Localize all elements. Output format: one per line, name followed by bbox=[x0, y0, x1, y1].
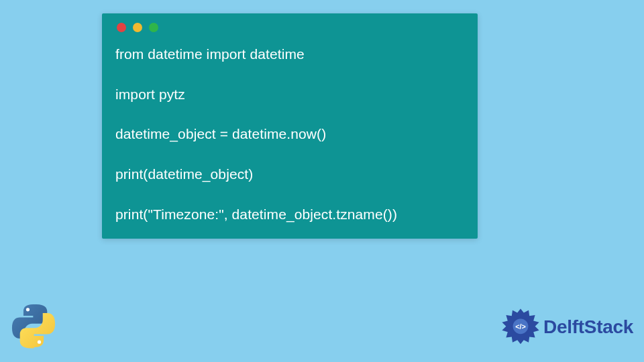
window-minimize-icon bbox=[133, 23, 142, 32]
svg-text:</>: </> bbox=[515, 322, 526, 330]
window-close-icon bbox=[117, 23, 126, 32]
python-logo-icon bbox=[9, 302, 58, 350]
window-traffic-lights bbox=[117, 23, 464, 32]
window-maximize-icon bbox=[149, 23, 158, 32]
delftstack-badge-icon: </> bbox=[500, 307, 541, 347]
delftstack-brand-text: DelftStack bbox=[543, 316, 633, 338]
code-card: from datetime import datetime import pyt… bbox=[102, 13, 478, 239]
delftstack-brand: </> DelftStack bbox=[500, 307, 633, 347]
code-body: from datetime import datetime import pyt… bbox=[115, 44, 464, 224]
svg-point-1 bbox=[38, 341, 41, 344]
svg-point-0 bbox=[26, 308, 30, 311]
